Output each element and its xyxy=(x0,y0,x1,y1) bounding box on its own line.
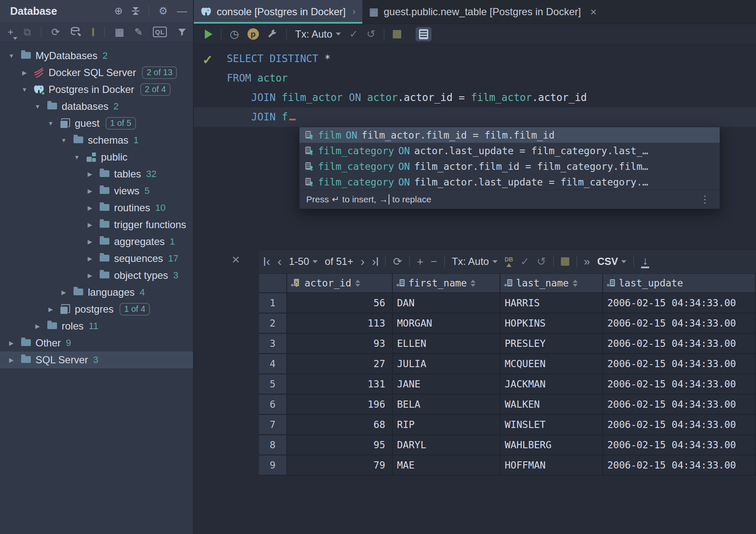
cell-actor-id[interactable]: 68 xyxy=(287,415,393,434)
sql-editor[interactable]: ✓ SELECT DISTINCT *FROM actor JOIN film_… xyxy=(194,45,756,534)
cell-first-name[interactable]: MORGAN xyxy=(393,313,500,333)
grid-corner-cell[interactable] xyxy=(259,274,287,292)
cell-last-name[interactable]: JACKMAN xyxy=(500,374,603,394)
tree-item-mydatabases[interactable]: ▼MyDatabases2 xyxy=(0,47,193,64)
cell-last-name[interactable]: HOPKINS xyxy=(500,313,603,333)
page-range-dropdown[interactable]: 1-50 xyxy=(289,256,318,267)
last-page-button[interactable]: › xyxy=(372,255,378,268)
table-row[interactable]: 5131JANEJACKMAN2006-02-15 04:34:33.00 xyxy=(259,374,756,395)
table-row[interactable]: 2113MORGANHOPKINS2006-02-15 04:34:33.00 xyxy=(259,313,756,334)
tree-collapsed-arrow-icon[interactable]: ▶ xyxy=(85,272,95,279)
tree-item-guest[interactable]: ▼guest1 of 5 xyxy=(0,115,193,132)
kebab-menu-icon[interactable]: ⋮ xyxy=(700,193,710,205)
cell-last-name[interactable]: WALKEN xyxy=(500,395,603,414)
cell-first-name[interactable]: JULIA xyxy=(393,354,500,373)
tree-collapsed-arrow-icon[interactable]: ▶ xyxy=(85,255,95,262)
rollback-icon[interactable]: ↺ xyxy=(367,29,375,39)
export-format-dropdown[interactable]: CSV xyxy=(597,256,626,267)
column-header-last-update[interactable]: last_update xyxy=(603,274,756,292)
cell-first-name[interactable]: RIP xyxy=(393,415,500,434)
cell-actor-id[interactable]: 196 xyxy=(287,395,393,414)
row-number[interactable]: 6 xyxy=(259,395,287,414)
cell-last-name[interactable]: HARRIS xyxy=(500,293,603,313)
prev-page-button[interactable]: ‹ xyxy=(277,255,282,268)
sort-icon[interactable] xyxy=(355,280,360,287)
column-header-last-name[interactable]: last_name xyxy=(500,274,603,292)
cell-last-update[interactable]: 2006-02-15 04:34:33.00 xyxy=(603,374,756,394)
duplicate-icon[interactable]: ⧉ xyxy=(24,27,31,37)
stop-icon[interactable] xyxy=(393,30,401,38)
cell-last-name[interactable]: WAHLBERG xyxy=(500,435,603,455)
cell-actor-id[interactable]: 56 xyxy=(287,293,393,313)
tree-item-databases[interactable]: ▼databases2 xyxy=(0,98,193,115)
close-tab-icon[interactable]: × xyxy=(590,5,596,19)
delete-row-button[interactable]: − xyxy=(430,256,437,267)
cell-last-update[interactable]: 2006-02-15 04:34:33.00 xyxy=(603,415,756,434)
tx-mode-dropdown[interactable]: Tx: Auto xyxy=(295,28,341,40)
submit-to-db-icon[interactable]: DB xyxy=(505,256,513,267)
tree-expanded-arrow-icon[interactable]: ▼ xyxy=(7,52,16,59)
cell-actor-id[interactable]: 27 xyxy=(287,354,393,373)
tree-item-sequences[interactable]: ▶sequences17 xyxy=(0,250,193,267)
tree-item-views[interactable]: ▶views5 xyxy=(0,183,193,199)
tree-item-routines[interactable]: ▶routines10 xyxy=(0,199,193,216)
row-number[interactable]: 5 xyxy=(259,374,287,394)
tree-collapsed-arrow-icon[interactable]: ▶ xyxy=(59,289,68,296)
tree-item-aggregates[interactable]: ▶aggregates1 xyxy=(0,233,193,250)
tab-console[interactable]: console [Postgres in Docker] › xyxy=(194,0,362,24)
sort-icon[interactable] xyxy=(470,280,476,287)
collapse-all-icon[interactable] xyxy=(132,7,139,15)
table-row[interactable]: 895DARYLWAHLBERG2006-02-15 04:34:33.00 xyxy=(259,435,756,455)
cell-first-name[interactable]: JANE xyxy=(393,374,500,394)
settings-gear-icon[interactable]: ⚙ xyxy=(158,6,168,16)
run-button[interactable] xyxy=(205,30,212,39)
row-number[interactable]: 4 xyxy=(259,354,287,373)
download-icon[interactable]: ↓ xyxy=(641,255,649,268)
revert-icon[interactable]: ↺ xyxy=(537,256,546,267)
tree-item-other[interactable]: ▶Other9 xyxy=(0,335,193,351)
tree-expanded-arrow-icon[interactable]: ▼ xyxy=(72,154,82,161)
stop-icon[interactable] xyxy=(561,257,569,266)
tree-item-public[interactable]: ▼public xyxy=(0,149,193,166)
tree-item-sql-server[interactable]: ▶SQL Server3 xyxy=(0,351,193,368)
next-page-button[interactable]: › xyxy=(360,255,364,268)
cell-last-name[interactable]: PRESLEY xyxy=(500,334,603,353)
table-row[interactable]: 979MAEHOFFMAN2006-02-15 04:34:33.00 xyxy=(259,455,756,476)
sort-icon[interactable] xyxy=(573,280,578,287)
cell-first-name[interactable]: MAE xyxy=(393,455,500,475)
tree-collapsed-arrow-icon[interactable]: ▶ xyxy=(85,171,95,177)
commit-check-icon[interactable]: ✓ xyxy=(349,29,358,39)
chevron-right-icon[interactable]: › xyxy=(352,6,355,17)
commit-check-icon[interactable]: ✓ xyxy=(520,256,530,267)
tree-expanded-arrow-icon[interactable]: ▼ xyxy=(20,86,29,93)
hide-panel-icon[interactable]: — xyxy=(177,6,187,16)
edit-pencil-icon[interactable]: ✎ xyxy=(134,27,143,37)
filter-icon[interactable] xyxy=(177,27,187,37)
cell-first-name[interactable]: DARYL xyxy=(393,435,500,455)
tree-item-postgres[interactable]: ▶postgres1 of 4 xyxy=(0,301,193,318)
cell-first-name[interactable]: ELLEN xyxy=(393,334,500,353)
cell-last-update[interactable]: 2006-02-15 04:34:33.00 xyxy=(603,395,756,414)
tab-new-table[interactable]: ▦ guest.public.new_table [Postgres in Do… xyxy=(362,0,604,24)
locate-object-icon[interactable]: ⊕ xyxy=(114,6,122,16)
cell-last-update[interactable]: 2006-02-15 04:34:33.00 xyxy=(603,313,756,333)
cell-first-name[interactable]: DAN xyxy=(393,293,500,313)
table-row[interactable]: 768RIPWINSLET2006-02-15 04:34:33.00 xyxy=(259,415,756,435)
cell-last-update[interactable]: 2006-02-15 04:34:33.00 xyxy=(603,334,756,353)
cell-actor-id[interactable]: 79 xyxy=(287,455,393,475)
wrench-icon[interactable] xyxy=(267,29,278,39)
table-grid-icon[interactable]: ▦ xyxy=(114,27,124,37)
completion-item[interactable]: film_category ON film_actor.film_id = fi… xyxy=(299,158,720,174)
cell-first-name[interactable]: BELA xyxy=(393,395,500,414)
tree-collapsed-arrow-icon[interactable]: ▶ xyxy=(85,188,95,194)
table-row[interactable]: 427JULIAMCQUEEN2006-02-15 04:34:33.00 xyxy=(259,354,756,374)
cell-last-update[interactable]: 2006-02-15 04:34:33.00 xyxy=(603,435,756,455)
tree-item-roles[interactable]: ▶roles11 xyxy=(0,318,193,335)
completion-item[interactable]: film ON film_actor.film_id = film.film_i… xyxy=(299,127,720,143)
tree-item-docker-sql-server[interactable]: ▶Docker SQL Server2 of 13 xyxy=(0,64,193,81)
tree-expanded-arrow-icon[interactable]: ▼ xyxy=(46,120,55,127)
table-row[interactable]: 6196BELAWALKEN2006-02-15 04:34:33.00 xyxy=(259,395,756,415)
first-page-button[interactable]: ‹ xyxy=(264,255,270,268)
cell-last-name[interactable]: MCQUEEN xyxy=(500,354,603,373)
tree-collapsed-arrow-icon[interactable]: ▶ xyxy=(7,357,16,363)
